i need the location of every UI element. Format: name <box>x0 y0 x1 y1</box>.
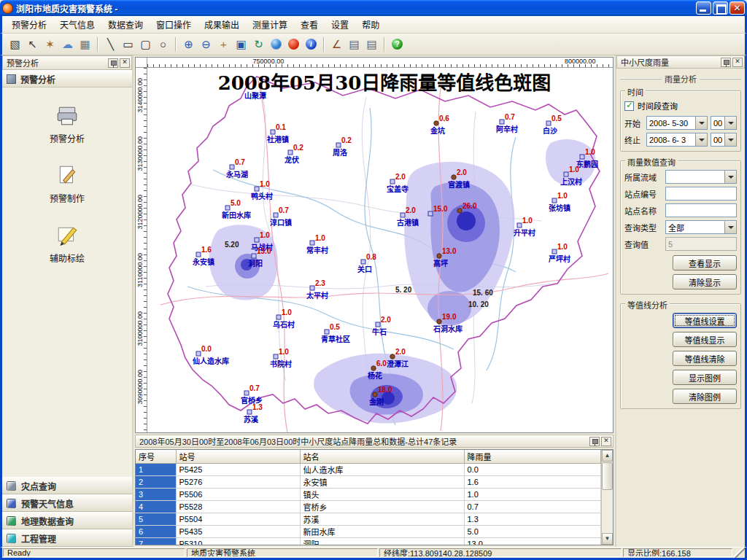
ellipse-tool-icon[interactable]: ○ <box>155 36 171 52</box>
table-cell: 官桥乡 <box>300 500 464 513</box>
station-marker <box>310 286 314 290</box>
chevron-down-icon[interactable] <box>695 117 707 129</box>
end-hour-select[interactable]: 00 <box>711 133 737 147</box>
station-marker <box>434 121 438 125</box>
field-查询类型[interactable]: 全部 <box>665 220 737 234</box>
start-date-select[interactable]: 2008- 5-30 <box>646 116 708 130</box>
resize-grip[interactable] <box>733 548 745 558</box>
menu-item-预警分析[interactable]: 预警分析 <box>5 16 53 33</box>
left-group-预警天气信息[interactable]: 预警天气信息 <box>2 494 132 512</box>
pan-icon[interactable]: + <box>215 36 232 52</box>
table-row[interactable]: 1P5425仙人造水库0.0 <box>136 463 601 475</box>
left-tool-预警制作[interactable]: 预警制作 <box>23 163 111 204</box>
table-row[interactable]: 3P5506镇头1.0 <box>136 488 601 500</box>
close-panel-icon[interactable] <box>120 58 130 68</box>
column-header-站名[interactable]: 站名 <box>300 450 464 463</box>
table-row[interactable]: 6P5435新田水库5.0 <box>136 525 601 537</box>
menu-item-窗口操作[interactable]: 窗口操作 <box>150 16 198 33</box>
station-marker <box>310 241 314 245</box>
info-icon[interactable]: i <box>303 36 320 52</box>
main-area: 预警分析 预警分析 预警分析预警制作辅助标绘 灾点查询预警天气信息地理数据查询工… <box>0 55 747 547</box>
left-group-header[interactable]: 预警分析 <box>2 70 132 88</box>
menu-item-天气信息[interactable]: 天气信息 <box>53 16 101 33</box>
menu-item-设置[interactable]: 设置 <box>325 16 355 33</box>
zoom-in-icon[interactable]: ⊕ <box>180 36 197 52</box>
scroll-down-icon[interactable]: ▼ <box>602 533 613 545</box>
menu-item-测量计算[interactable]: 测量计算 <box>246 16 294 33</box>
pushpin-icon[interactable] <box>721 58 731 67</box>
chevron-down-icon[interactable] <box>695 133 707 146</box>
close-button[interactable] <box>729 1 745 15</box>
menu-item-帮助[interactable]: 帮助 <box>355 16 386 33</box>
station-name: 白沙 <box>543 126 557 135</box>
table-row[interactable]: 7P5310洞阳13.0 <box>136 537 601 545</box>
station-value: 1.0 <box>569 166 579 174</box>
zoom-out-icon[interactable]: ⊖ <box>198 36 214 52</box>
button-显示图例[interactable]: 显示图例 <box>673 370 737 385</box>
chevron-down-icon[interactable] <box>724 221 736 233</box>
help-icon[interactable]: ? <box>389 36 406 52</box>
column-header-站号[interactable]: 站号 <box>176 450 300 463</box>
select-area-icon[interactable]: ▧ <box>7 36 23 52</box>
button-查看显示[interactable]: 查看显示 <box>673 255 737 271</box>
scrollbar-track[interactable] <box>602 462 613 533</box>
pushpin-icon[interactable] <box>589 437 600 446</box>
table-row[interactable]: 2P5276永安镇1.6 <box>136 475 601 488</box>
query-fields: 所属流域站点编号站点名称查询类型全部查询值5 <box>624 170 737 251</box>
time-range-checkbox[interactable] <box>624 101 634 111</box>
column-header-降雨量[interactable]: 降雨量 <box>464 450 601 463</box>
button-清除显示[interactable]: 清除显示 <box>673 274 737 289</box>
left-tool-辅助标绘[interactable]: 辅助标绘 <box>23 223 111 264</box>
chevron-down-icon[interactable] <box>724 133 736 146</box>
menu-item-数据查询[interactable]: 数据查询 <box>101 16 150 33</box>
close-panel-icon[interactable] <box>732 58 743 67</box>
edit-pointer-icon[interactable]: ↖ <box>24 36 41 52</box>
button-等值线清除[interactable]: 等值线清除 <box>673 351 737 366</box>
left-tools: 预警分析预警制作辅助标绘 <box>2 88 132 477</box>
table-row[interactable]: 5P5504苏溪1.3 <box>136 513 601 525</box>
station-marker <box>361 260 365 264</box>
left-group-地理数据查询[interactable]: 地理数据查询 <box>2 512 132 529</box>
scroll-up-icon[interactable]: ▲ <box>602 450 613 462</box>
grid-tool-icon[interactable]: ▦ <box>77 36 93 52</box>
field-站点编号[interactable] <box>665 187 737 201</box>
maximize-button[interactable] <box>713 1 728 15</box>
chevron-down-icon[interactable] <box>724 171 736 183</box>
print-icon[interactable]: ▤ <box>346 36 363 52</box>
table-row[interactable]: 4P5528官桥乡0.7 <box>136 500 601 513</box>
chevron-down-icon[interactable] <box>724 117 736 129</box>
scrollbar-thumb[interactable] <box>602 462 613 490</box>
minimize-button[interactable] <box>696 1 711 15</box>
line-tool-icon[interactable]: ╲ <box>102 36 119 52</box>
globe-icon[interactable] <box>268 36 285 52</box>
close-panel-icon[interactable] <box>601 437 611 446</box>
menu-item-查看[interactable]: 查看 <box>294 16 325 33</box>
start-hour-select[interactable]: 00 <box>711 116 737 130</box>
measure-icon[interactable]: ∠ <box>328 36 345 52</box>
end-date-select[interactable]: 2008- 6- 3 <box>646 133 708 147</box>
pushpin-icon[interactable] <box>108 58 118 68</box>
print-preview-icon[interactable]: ▤ <box>363 36 380 52</box>
table-scrollbar[interactable]: ▲ ▼ <box>601 450 613 545</box>
identify-red-icon[interactable] <box>285 36 302 52</box>
zoom-full-extent-icon[interactable]: ▣ <box>233 36 249 52</box>
button-清除图例[interactable]: 清除图例 <box>673 389 737 404</box>
refresh-view-icon[interactable]: ↻ <box>250 36 267 52</box>
ruler-left-label: 3140000.00 <box>136 78 144 113</box>
app-icon <box>2 3 13 14</box>
cloud-tool-icon[interactable]: ☁ <box>59 36 76 52</box>
column-header-序号[interactable]: 序号 <box>136 450 176 463</box>
wand-tool-icon[interactable]: ✶ <box>42 36 58 52</box>
left-group-工程管理[interactable]: 工程管理 <box>2 529 132 547</box>
menu-item-成果输出[interactable]: 成果输出 <box>198 16 246 33</box>
left-group-灾点查询[interactable]: 灾点查询 <box>2 477 132 494</box>
field-所属流域[interactable] <box>665 170 737 184</box>
button-等值线设置[interactable]: 等值线设置 <box>673 313 737 328</box>
station-marker <box>252 254 256 258</box>
roundrect-tool-icon[interactable]: ▢ <box>137 36 154 52</box>
rect-tool-icon[interactable]: ▭ <box>120 36 136 52</box>
button-等值线显示[interactable]: 等值线显示 <box>673 332 737 347</box>
map-canvas[interactable]: 山聚潭0.1社港镇0.2龙伏0.2周洛0.6金坑0.7阿辛村0.5白沙1.0东鹏… <box>147 68 613 432</box>
left-tool-预警分析[interactable]: 预警分析 <box>23 104 111 144</box>
field-站点名称[interactable] <box>665 203 737 217</box>
